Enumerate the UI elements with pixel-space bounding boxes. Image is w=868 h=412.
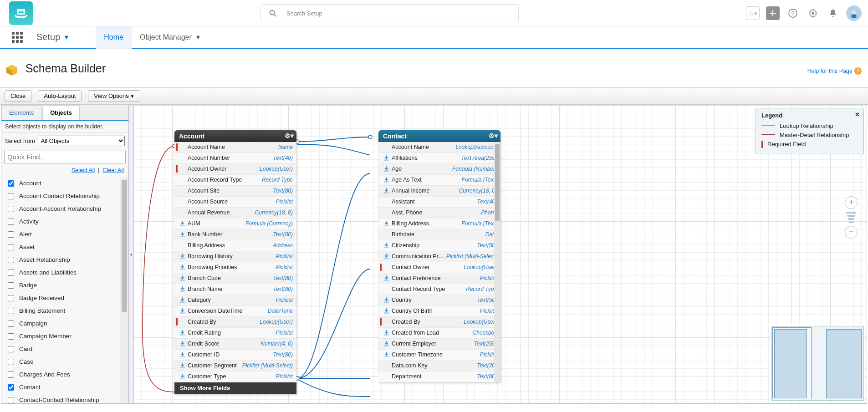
app-logo[interactable] <box>9 1 33 25</box>
field-row[interactable]: CategoryPicklist <box>174 295 296 306</box>
app-launcher-icon[interactable] <box>12 32 23 43</box>
field-row[interactable]: AffiliationsText Area(255) <box>378 153 500 164</box>
object-checkbox[interactable] <box>8 193 14 199</box>
help-for-page-link[interactable]: Help for this Page? <box>807 67 862 75</box>
field-row[interactable]: Contact PreferencePicklist <box>378 273 500 284</box>
field-row[interactable]: Annual IncomeCurrency(18, 0) <box>378 186 500 197</box>
close-button[interactable]: Close <box>5 90 31 102</box>
object-list-item[interactable]: Campaign Member <box>1 330 128 343</box>
zoom-out-button[interactable]: − <box>845 226 858 239</box>
favorites-icon[interactable]: ☆▾ <box>746 6 760 20</box>
object-list-item[interactable]: Billing Statement <box>1 305 128 317</box>
close-icon[interactable]: ✕ <box>855 111 860 118</box>
object-list-item[interactable]: Account <box>1 177 128 190</box>
field-row[interactable]: Annual RevenueCurrency(18, 0) <box>174 208 296 219</box>
sidebar-tab-elements[interactable]: Elements <box>1 105 41 120</box>
object-card-account[interactable]: Account ⚙▾ Account NameNameAccount Numbe… <box>174 130 296 394</box>
field-row[interactable]: Created ByLookup(User) <box>378 317 500 328</box>
object-list-item[interactable]: Asset Relationship <box>1 254 128 266</box>
object-list-item[interactable]: Account Contact Relationship <box>1 190 128 203</box>
field-row[interactable]: Contact OwnerLookup(User) <box>378 262 500 273</box>
field-row[interactable]: Age As TextFormula (Text) <box>378 175 500 186</box>
field-row[interactable]: Account Record TypeRecord Type <box>174 175 296 186</box>
object-checkbox[interactable] <box>8 308 14 314</box>
object-checkbox[interactable] <box>8 320 14 327</box>
field-row[interactable]: Created from LeadCheckbox <box>378 328 500 339</box>
object-checkbox[interactable] <box>8 231 14 238</box>
nav-tab-object-manager[interactable]: Object Manager▾ <box>132 26 208 49</box>
object-checkbox[interactable] <box>8 180 14 187</box>
object-checkbox[interactable] <box>8 219 14 225</box>
schema-canvas[interactable]: Account ⚙▾ Account NameNameAccount Numbe… <box>133 105 867 403</box>
field-row[interactable]: Borrowing HistoryPicklist <box>174 251 296 262</box>
view-options-button[interactable]: View Options <box>88 90 140 102</box>
object-checkbox[interactable] <box>8 333 14 340</box>
object-checkbox[interactable] <box>8 346 14 352</box>
object-checkbox[interactable] <box>8 206 14 212</box>
field-row[interactable]: Billing AddressAddress <box>174 240 296 251</box>
object-checkbox[interactable] <box>8 257 14 263</box>
field-row[interactable]: CountryText(50) <box>378 295 500 306</box>
gear-icon[interactable]: ⚙▾ <box>285 132 294 139</box>
object-list-item[interactable]: Badge <box>1 279 128 292</box>
object-card-header[interactable]: Account ⚙▾ <box>174 130 296 142</box>
setup-gear-icon[interactable] <box>806 6 820 20</box>
field-row[interactable]: Contact Record TypeRecord Type <box>378 284 500 295</box>
sidebar-collapse-handle[interactable]: ◂ <box>129 105 133 403</box>
clear-all-link[interactable]: Clear All <box>102 167 124 173</box>
zoom-level-indicator[interactable] <box>846 212 856 223</box>
show-more-fields-button[interactable]: Show More Fields <box>174 382 296 394</box>
object-checkbox[interactable] <box>8 384 14 391</box>
field-row[interactable]: Account SourcePicklist <box>174 197 296 208</box>
gear-icon[interactable]: ⚙▾ <box>489 132 498 139</box>
object-list-item[interactable]: Account-Account Relationship <box>1 203 128 215</box>
object-list-item[interactable]: Alert <box>1 228 128 241</box>
field-row[interactable]: Account SiteText(80) <box>174 186 296 197</box>
object-list-item[interactable]: Contact-Contact Relationship <box>1 394 128 403</box>
sidebar-tab-objects[interactable]: Objects <box>42 105 80 120</box>
field-row[interactable]: CitizenshipText(50) <box>378 240 500 251</box>
field-row[interactable]: Country Of BirthPicklist <box>378 306 500 317</box>
field-row[interactable]: Data.com KeyText(20) <box>378 361 500 371</box>
select-from-dropdown[interactable]: All Objects <box>38 136 125 146</box>
auto-layout-button[interactable]: Auto-Layout <box>38 90 82 102</box>
nav-tab-home[interactable]: Home <box>96 26 132 49</box>
object-checkbox[interactable] <box>8 295 14 301</box>
field-row[interactable]: Billing AddressFormula (Text) <box>378 219 500 229</box>
field-row[interactable]: Account NumberText(40) <box>174 153 296 164</box>
quick-find-input[interactable] <box>4 151 126 163</box>
field-row[interactable]: Credit RatingPicklist <box>174 328 296 339</box>
select-all-link[interactable]: Select All <box>71 167 95 173</box>
field-row[interactable]: Customer SegmentPicklist (Multi-Select) <box>174 361 296 371</box>
field-row[interactable]: BirthdateDate <box>378 229 500 240</box>
field-row[interactable]: Communication PreferencesPicklist (Multi… <box>378 251 500 262</box>
field-row[interactable]: DepartmentText(80) <box>378 371 500 382</box>
search-input[interactable]: Search Setup <box>260 4 519 22</box>
object-checkbox[interactable] <box>8 270 14 276</box>
object-card-contact[interactable]: Contact ⚙▾ Account NameLookup(Account)Af… <box>378 130 500 382</box>
object-checkbox[interactable] <box>8 397 14 403</box>
minimap[interactable] <box>771 326 864 401</box>
object-list-item[interactable]: Charges And Fees <box>1 368 128 381</box>
field-row[interactable]: Bank NumberText(80) <box>174 229 296 240</box>
object-checkbox[interactable] <box>8 244 14 250</box>
create-icon[interactable] <box>766 6 780 20</box>
field-row[interactable]: Branch CodeText(80) <box>174 273 296 284</box>
field-row[interactable]: Customer IDText(80) <box>174 350 296 361</box>
object-list-item[interactable]: Asset <box>1 241 128 254</box>
help-icon[interactable]: ? <box>786 6 800 20</box>
zoom-in-button[interactable]: + <box>845 196 858 209</box>
object-list-item[interactable]: Card <box>1 343 128 356</box>
object-list-item[interactable]: Case <box>1 356 128 368</box>
field-row[interactable]: Current EmployerText(255) <box>378 339 500 350</box>
object-checkbox[interactable] <box>8 371 14 378</box>
field-row[interactable]: Account NameLookup(Account) <box>378 142 500 153</box>
field-row[interactable]: AssistantText(40) <box>378 197 500 208</box>
field-row[interactable]: Account OwnerLookup(User) <box>174 164 296 175</box>
field-row[interactable]: Conversion DateTimeDate/Time <box>174 306 296 317</box>
card-scrollbar[interactable] <box>494 142 500 382</box>
field-row[interactable]: Account NameName <box>174 142 296 153</box>
field-row[interactable]: Borrowing PrioritiesPicklist <box>174 262 296 273</box>
user-avatar[interactable] <box>846 5 862 21</box>
object-checkbox[interactable] <box>8 282 14 289</box>
